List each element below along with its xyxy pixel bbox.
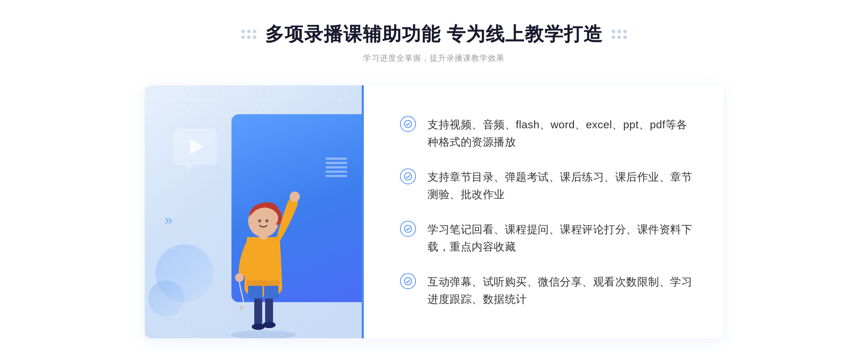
feature-item-4: 互动弹幕、试听购买、微信分享、观看次数限制、学习进度跟踪、数据统计 <box>400 266 694 315</box>
check-svg-4 <box>404 277 412 286</box>
stripe-line-3 <box>326 166 347 168</box>
stripe-decoration <box>326 158 347 186</box>
play-icon <box>190 139 203 155</box>
decorative-dots-left <box>241 30 256 39</box>
features-panel: 支持视频、音频、flash、word、excel、ppt、pdf等各种格式的资源… <box>362 85 723 338</box>
svg-point-4 <box>263 322 276 328</box>
page-title: 多项录播课辅助功能 专为线上教学打造 <box>265 22 603 47</box>
svg-point-0 <box>231 330 296 338</box>
page-subtitle: 学习进度全掌握，提升录播课教学效果 <box>363 53 505 64</box>
svg-rect-1 <box>254 295 262 327</box>
check-circle-icon-1 <box>400 116 416 132</box>
check-svg-1 <box>404 120 412 128</box>
stripe-line-4 <box>326 171 347 173</box>
svg-point-17 <box>404 225 412 232</box>
feature-item-2: 支持章节目录、弹题考试、课后练习、课后作业、章节测验、批改作业 <box>400 161 694 210</box>
content-area: » 支持视频、音频、flash、word、excel、ppt、pdf等各种格式的… <box>145 85 723 338</box>
check-circle-icon-3 <box>400 221 416 237</box>
feature-item-1: 支持视频、音频、flash、word、excel、ppt、pdf等各种格式的资源… <box>400 109 694 158</box>
check-circle-icon-2 <box>400 168 416 184</box>
svg-rect-13 <box>248 286 263 299</box>
svg-point-12 <box>265 219 268 222</box>
svg-point-6 <box>290 192 300 202</box>
svg-point-18 <box>404 278 412 285</box>
check-svg-3 <box>404 224 412 233</box>
title-row: 多项录播课辅助功能 专为线上教学打造 <box>241 22 627 47</box>
feature-text-4: 互动弹幕、试听购买、微信分享、观看次数限制、学习进度跟踪、数据统计 <box>427 273 694 308</box>
check-circle-icon-4 <box>400 273 416 289</box>
svg-point-15 <box>404 120 412 128</box>
check-svg-2 <box>404 172 412 181</box>
play-bubble <box>174 129 217 165</box>
feature-text-2: 支持章节目录、弹题考试、课后练习、课后作业、章节测验、批改作业 <box>427 168 694 203</box>
svg-rect-2 <box>265 295 273 326</box>
stripe-line-5 <box>326 175 347 177</box>
illustration-panel: » <box>145 85 362 338</box>
chevron-left-icon: » <box>165 212 173 228</box>
circle-decoration-2 <box>148 280 184 317</box>
stripe-line-1 <box>326 158 347 160</box>
stripe-line-2 <box>326 162 347 164</box>
feature-item-3: 学习笔记回看、课程提问、课程评论打分、课件资料下载，重点内容收藏 <box>400 214 694 263</box>
feature-text-3: 学习笔记回看、课程提问、课程评论打分、课件资料下载，重点内容收藏 <box>427 221 694 256</box>
feature-text-1: 支持视频、音频、flash、word、excel、ppt、pdf等各种格式的资源… <box>427 116 694 151</box>
decorative-dots-right <box>612 30 627 39</box>
svg-rect-14 <box>264 286 278 299</box>
svg-point-7 <box>235 273 244 282</box>
svg-point-16 <box>404 173 412 180</box>
header-section: 多项录播课辅助功能 专为线上教学打造 学习进度全掌握，提升录播课教学效果 <box>241 22 627 64</box>
svg-point-11 <box>258 219 261 222</box>
page-container: 多项录播课辅助功能 专为线上教学打造 学习进度全掌握，提升录播课教学效果 <box>0 0 868 352</box>
person-illustration <box>213 158 314 338</box>
svg-point-8 <box>239 305 244 310</box>
